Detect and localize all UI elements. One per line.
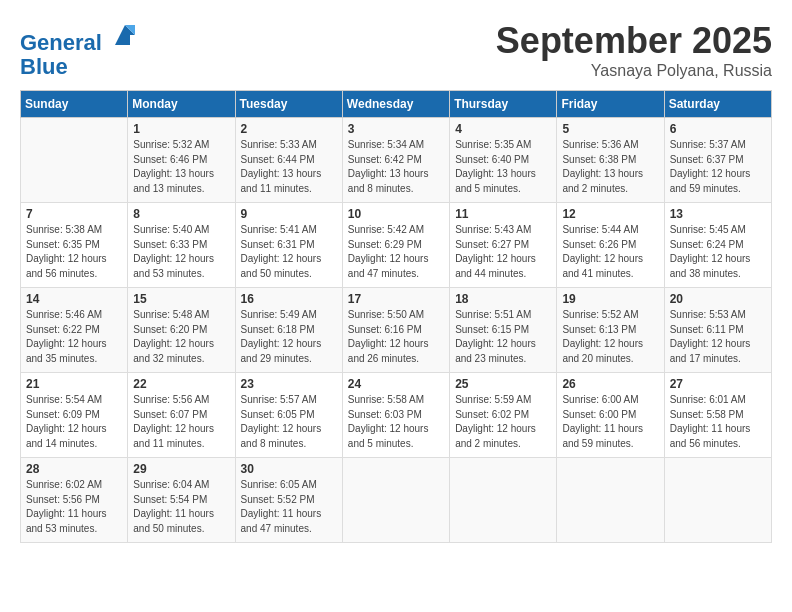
cell-info: Sunrise: 5:59 AM Sunset: 6:02 PM Dayligh… xyxy=(455,393,551,451)
day-number: 9 xyxy=(241,207,337,221)
calendar-week-row: 21Sunrise: 5:54 AM Sunset: 6:09 PM Dayli… xyxy=(21,373,772,458)
calendar-cell xyxy=(450,458,557,543)
calendar-cell: 7Sunrise: 5:38 AM Sunset: 6:35 PM Daylig… xyxy=(21,203,128,288)
cell-info: Sunrise: 6:00 AM Sunset: 6:00 PM Dayligh… xyxy=(562,393,658,451)
cell-info: Sunrise: 5:33 AM Sunset: 6:44 PM Dayligh… xyxy=(241,138,337,196)
day-number: 2 xyxy=(241,122,337,136)
day-number: 18 xyxy=(455,292,551,306)
calendar-cell: 27Sunrise: 6:01 AM Sunset: 5:58 PM Dayli… xyxy=(664,373,771,458)
cell-info: Sunrise: 5:41 AM Sunset: 6:31 PM Dayligh… xyxy=(241,223,337,281)
cell-info: Sunrise: 6:05 AM Sunset: 5:52 PM Dayligh… xyxy=(241,478,337,536)
logo-icon xyxy=(110,20,140,50)
day-number: 8 xyxy=(133,207,229,221)
calendar-cell: 24Sunrise: 5:58 AM Sunset: 6:03 PM Dayli… xyxy=(342,373,449,458)
calendar-cell xyxy=(664,458,771,543)
day-number: 27 xyxy=(670,377,766,391)
cell-info: Sunrise: 5:44 AM Sunset: 6:26 PM Dayligh… xyxy=(562,223,658,281)
day-number: 26 xyxy=(562,377,658,391)
weekday-header: Wednesday xyxy=(342,91,449,118)
logo-blue: Blue xyxy=(20,55,140,79)
cell-info: Sunrise: 5:48 AM Sunset: 6:20 PM Dayligh… xyxy=(133,308,229,366)
calendar-week-row: 14Sunrise: 5:46 AM Sunset: 6:22 PM Dayli… xyxy=(21,288,772,373)
cell-info: Sunrise: 5:46 AM Sunset: 6:22 PM Dayligh… xyxy=(26,308,122,366)
day-number: 16 xyxy=(241,292,337,306)
cell-info: Sunrise: 5:56 AM Sunset: 6:07 PM Dayligh… xyxy=(133,393,229,451)
calendar-cell: 13Sunrise: 5:45 AM Sunset: 6:24 PM Dayli… xyxy=(664,203,771,288)
day-number: 11 xyxy=(455,207,551,221)
day-number: 25 xyxy=(455,377,551,391)
cell-info: Sunrise: 5:34 AM Sunset: 6:42 PM Dayligh… xyxy=(348,138,444,196)
weekday-header: Thursday xyxy=(450,91,557,118)
calendar-cell xyxy=(21,118,128,203)
logo: General Blue xyxy=(20,20,140,79)
calendar-cell: 2Sunrise: 5:33 AM Sunset: 6:44 PM Daylig… xyxy=(235,118,342,203)
calendar-cell: 28Sunrise: 6:02 AM Sunset: 5:56 PM Dayli… xyxy=(21,458,128,543)
calendar-cell: 17Sunrise: 5:50 AM Sunset: 6:16 PM Dayli… xyxy=(342,288,449,373)
day-number: 13 xyxy=(670,207,766,221)
day-number: 24 xyxy=(348,377,444,391)
cell-info: Sunrise: 5:52 AM Sunset: 6:13 PM Dayligh… xyxy=(562,308,658,366)
location: Yasnaya Polyana, Russia xyxy=(496,62,772,80)
calendar-cell: 8Sunrise: 5:40 AM Sunset: 6:33 PM Daylig… xyxy=(128,203,235,288)
cell-info: Sunrise: 5:51 AM Sunset: 6:15 PM Dayligh… xyxy=(455,308,551,366)
day-number: 29 xyxy=(133,462,229,476)
cell-info: Sunrise: 5:58 AM Sunset: 6:03 PM Dayligh… xyxy=(348,393,444,451)
calendar-cell: 14Sunrise: 5:46 AM Sunset: 6:22 PM Dayli… xyxy=(21,288,128,373)
weekday-header: Monday xyxy=(128,91,235,118)
day-number: 4 xyxy=(455,122,551,136)
logo-text: General xyxy=(20,20,140,55)
cell-info: Sunrise: 5:57 AM Sunset: 6:05 PM Dayligh… xyxy=(241,393,337,451)
calendar-cell: 29Sunrise: 6:04 AM Sunset: 5:54 PM Dayli… xyxy=(128,458,235,543)
calendar-cell: 25Sunrise: 5:59 AM Sunset: 6:02 PM Dayli… xyxy=(450,373,557,458)
calendar-week-row: 1Sunrise: 5:32 AM Sunset: 6:46 PM Daylig… xyxy=(21,118,772,203)
calendar-cell: 3Sunrise: 5:34 AM Sunset: 6:42 PM Daylig… xyxy=(342,118,449,203)
calendar-cell: 12Sunrise: 5:44 AM Sunset: 6:26 PM Dayli… xyxy=(557,203,664,288)
day-number: 19 xyxy=(562,292,658,306)
day-number: 30 xyxy=(241,462,337,476)
day-number: 20 xyxy=(670,292,766,306)
month-title: September 2025 xyxy=(496,20,772,62)
cell-info: Sunrise: 5:37 AM Sunset: 6:37 PM Dayligh… xyxy=(670,138,766,196)
calendar-cell: 15Sunrise: 5:48 AM Sunset: 6:20 PM Dayli… xyxy=(128,288,235,373)
cell-info: Sunrise: 5:42 AM Sunset: 6:29 PM Dayligh… xyxy=(348,223,444,281)
cell-info: Sunrise: 5:32 AM Sunset: 6:46 PM Dayligh… xyxy=(133,138,229,196)
calendar-cell: 11Sunrise: 5:43 AM Sunset: 6:27 PM Dayli… xyxy=(450,203,557,288)
cell-info: Sunrise: 5:36 AM Sunset: 6:38 PM Dayligh… xyxy=(562,138,658,196)
cell-info: Sunrise: 5:50 AM Sunset: 6:16 PM Dayligh… xyxy=(348,308,444,366)
day-number: 14 xyxy=(26,292,122,306)
logo-general: General xyxy=(20,30,102,55)
calendar-cell: 5Sunrise: 5:36 AM Sunset: 6:38 PM Daylig… xyxy=(557,118,664,203)
cell-info: Sunrise: 5:54 AM Sunset: 6:09 PM Dayligh… xyxy=(26,393,122,451)
cell-info: Sunrise: 5:38 AM Sunset: 6:35 PM Dayligh… xyxy=(26,223,122,281)
cell-info: Sunrise: 5:45 AM Sunset: 6:24 PM Dayligh… xyxy=(670,223,766,281)
calendar-cell xyxy=(342,458,449,543)
weekday-header-row: SundayMondayTuesdayWednesdayThursdayFrid… xyxy=(21,91,772,118)
cell-info: Sunrise: 6:02 AM Sunset: 5:56 PM Dayligh… xyxy=(26,478,122,536)
weekday-header: Friday xyxy=(557,91,664,118)
calendar-cell: 22Sunrise: 5:56 AM Sunset: 6:07 PM Dayli… xyxy=(128,373,235,458)
cell-info: Sunrise: 5:49 AM Sunset: 6:18 PM Dayligh… xyxy=(241,308,337,366)
day-number: 12 xyxy=(562,207,658,221)
day-number: 17 xyxy=(348,292,444,306)
calendar-cell: 4Sunrise: 5:35 AM Sunset: 6:40 PM Daylig… xyxy=(450,118,557,203)
weekday-header: Tuesday xyxy=(235,91,342,118)
title-block: September 2025 Yasnaya Polyana, Russia xyxy=(496,20,772,80)
day-number: 15 xyxy=(133,292,229,306)
day-number: 21 xyxy=(26,377,122,391)
day-number: 10 xyxy=(348,207,444,221)
day-number: 22 xyxy=(133,377,229,391)
calendar-cell: 6Sunrise: 5:37 AM Sunset: 6:37 PM Daylig… xyxy=(664,118,771,203)
calendar-week-row: 28Sunrise: 6:02 AM Sunset: 5:56 PM Dayli… xyxy=(21,458,772,543)
calendar-table: SundayMondayTuesdayWednesdayThursdayFrid… xyxy=(20,90,772,543)
calendar-cell: 18Sunrise: 5:51 AM Sunset: 6:15 PM Dayli… xyxy=(450,288,557,373)
day-number: 7 xyxy=(26,207,122,221)
calendar-cell xyxy=(557,458,664,543)
calendar-cell: 19Sunrise: 5:52 AM Sunset: 6:13 PM Dayli… xyxy=(557,288,664,373)
cell-info: Sunrise: 6:04 AM Sunset: 5:54 PM Dayligh… xyxy=(133,478,229,536)
calendar-cell: 16Sunrise: 5:49 AM Sunset: 6:18 PM Dayli… xyxy=(235,288,342,373)
page-header: General Blue September 2025 Yasnaya Poly… xyxy=(20,20,772,80)
day-number: 6 xyxy=(670,122,766,136)
day-number: 3 xyxy=(348,122,444,136)
cell-info: Sunrise: 6:01 AM Sunset: 5:58 PM Dayligh… xyxy=(670,393,766,451)
calendar-cell: 30Sunrise: 6:05 AM Sunset: 5:52 PM Dayli… xyxy=(235,458,342,543)
